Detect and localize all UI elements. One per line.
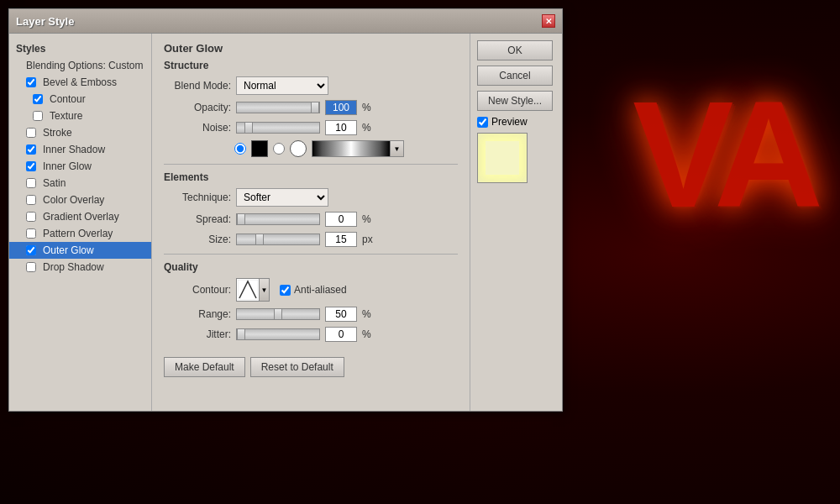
pattern-overlay-checkbox[interactable] [26, 228, 36, 239]
sidebar-item-color-overlay[interactable]: Color Overlay [9, 192, 151, 208]
dialog-body: Styles Blending Options: Custom Bevel & … [9, 34, 562, 411]
main-content: Outer Glow Structure Blend Mode: Normal … [152, 34, 470, 411]
gradient-overlay-checkbox[interactable] [26, 212, 36, 222]
opacity-unit: % [362, 102, 374, 113]
drop-shadow-label: Drop Shadow [43, 261, 104, 273]
sidebar-item-inner-glow[interactable]: Inner Glow [9, 158, 151, 175]
jitter-slider[interactable] [236, 328, 320, 340]
sidebar-item-contour[interactable]: Contour [9, 91, 151, 108]
gradient-picker[interactable]: ▼ [312, 140, 404, 157]
contour-label: Contour [50, 93, 86, 105]
satin-label: Satin [43, 177, 66, 189]
pattern-overlay-label: Pattern Overlay [43, 228, 113, 239]
make-default-button[interactable]: Make Default [164, 357, 245, 377]
opacity-row: Opacity: % [164, 100, 458, 115]
inner-shadow-checkbox[interactable] [26, 144, 36, 155]
structure-title: Structure [164, 60, 458, 71]
range-input[interactable] [325, 307, 357, 322]
sidebar-item-bevel-emboss[interactable]: Bevel & Emboss [9, 74, 151, 91]
satin-checkbox[interactable] [26, 178, 36, 188]
new-style-button[interactable]: New Style... [477, 91, 553, 111]
jitter-input[interactable] [325, 327, 357, 342]
gradient-radio[interactable] [273, 143, 285, 155]
sidebar-item-drop-shadow[interactable]: Drop Shadow [9, 259, 151, 276]
noise-row: Noise: % [164, 120, 458, 135]
dialog-title: Layer Style [16, 15, 74, 28]
opacity-slider[interactable] [236, 102, 320, 113]
range-label: Range: [164, 308, 231, 320]
sidebar-item-inner-shadow[interactable]: Inner Shadow [9, 141, 151, 158]
contour-preview[interactable] [236, 278, 260, 302]
technique-select[interactable]: Softer Precise [236, 188, 328, 207]
anti-aliased-label: Anti-aliased [294, 284, 347, 296]
dialog-content-area: Outer Glow Structure Blend Mode: Normal … [152, 34, 562, 411]
section-divider-2 [164, 254, 458, 255]
close-button[interactable]: ✕ [542, 14, 555, 28]
inner-shadow-label: Inner Shadow [43, 144, 105, 155]
noise-slider[interactable] [236, 122, 320, 134]
opacity-label: Opacity: [164, 102, 231, 113]
sidebar-item-blending-options[interactable]: Blending Options: Custom [9, 57, 151, 74]
color-overlay-label: Color Overlay [43, 194, 104, 206]
layer-style-dialog: Layer Style ✕ Styles Blending Options: C… [8, 8, 563, 412]
bevel-emboss-checkbox[interactable] [26, 77, 36, 87]
cancel-button[interactable]: Cancel [477, 66, 553, 86]
blend-mode-row: Blend Mode: Normal Dissolve Multiply Scr… [164, 76, 458, 95]
reset-to-default-button[interactable]: Reset to Default [250, 357, 344, 377]
preview-checkbox[interactable] [477, 117, 488, 128]
blend-mode-select[interactable]: Normal Dissolve Multiply Screen [236, 76, 328, 95]
range-unit: % [362, 308, 374, 320]
blending-options-label: Blending Options: Custom [26, 60, 143, 71]
color-overlay-checkbox[interactable] [26, 195, 36, 205]
sidebar-item-outer-glow[interactable]: Outer Glow [9, 242, 151, 259]
right-panel: OK Cancel New Style... Preview [470, 34, 562, 411]
gradient-dropdown-btn[interactable]: ▼ [390, 141, 403, 156]
color-swatch-black[interactable] [251, 140, 268, 157]
size-unit: px [362, 234, 374, 245]
stroke-label: Stroke [43, 127, 72, 139]
dialog-backdrop: Layer Style ✕ Styles Blending Options: C… [0, 0, 840, 504]
noise-input[interactable] [325, 120, 357, 135]
inner-glow-checkbox[interactable] [26, 161, 36, 171]
preview-thumbnail [477, 133, 528, 183]
spread-input[interactable] [325, 212, 357, 227]
bevel-emboss-label: Bevel & Emboss [43, 76, 117, 88]
color-swatch-white[interactable] [290, 140, 307, 157]
technique-row: Technique: Softer Precise [164, 188, 458, 207]
solid-color-radio[interactable] [234, 143, 246, 155]
sidebar-item-styles[interactable]: Styles [9, 40, 151, 57]
preview-inner [486, 141, 519, 175]
contour-wrapper: ▼ [236, 278, 270, 302]
opacity-input[interactable] [325, 100, 357, 115]
drop-shadow-checkbox[interactable] [26, 262, 36, 272]
outer-glow-checkbox[interactable] [26, 245, 36, 255]
range-slider[interactable] [236, 308, 320, 320]
preview-label: Preview [491, 116, 528, 128]
sidebar-item-satin[interactable]: Satin [9, 175, 151, 192]
sidebar-item-pattern-overlay[interactable]: Pattern Overlay [9, 225, 151, 242]
spread-label: Spread: [164, 213, 231, 225]
texture-label: Texture [50, 110, 82, 122]
sidebar-item-stroke[interactable]: Stroke [9, 124, 151, 141]
contour-label: Contour: [164, 284, 231, 296]
anti-aliased-checkbox[interactable] [280, 285, 291, 296]
spread-row: Spread: % [164, 212, 458, 227]
sidebar-styles-label: Styles [16, 43, 45, 55]
outer-glow-label: Outer Glow [43, 244, 94, 256]
ok-button[interactable]: OK [477, 40, 553, 60]
jitter-unit: % [362, 328, 374, 340]
section-divider-1 [164, 164, 458, 165]
stroke-checkbox[interactable] [26, 128, 36, 138]
gradient-preview [312, 141, 390, 156]
spread-slider[interactable] [236, 213, 320, 225]
texture-checkbox[interactable] [33, 111, 43, 121]
sidebar-item-gradient-overlay[interactable]: Gradient Overlay [9, 208, 151, 225]
contour-dropdown-btn[interactable]: ▼ [260, 278, 270, 302]
blend-mode-label: Blend Mode: [164, 80, 231, 92]
size-slider[interactable] [236, 234, 320, 245]
dialog-titlebar: Layer Style ✕ [9, 9, 562, 34]
inner-glow-label: Inner Glow [43, 160, 92, 172]
contour-checkbox[interactable] [33, 94, 43, 104]
size-input[interactable] [325, 232, 357, 247]
sidebar-item-texture[interactable]: Texture [9, 108, 151, 124]
